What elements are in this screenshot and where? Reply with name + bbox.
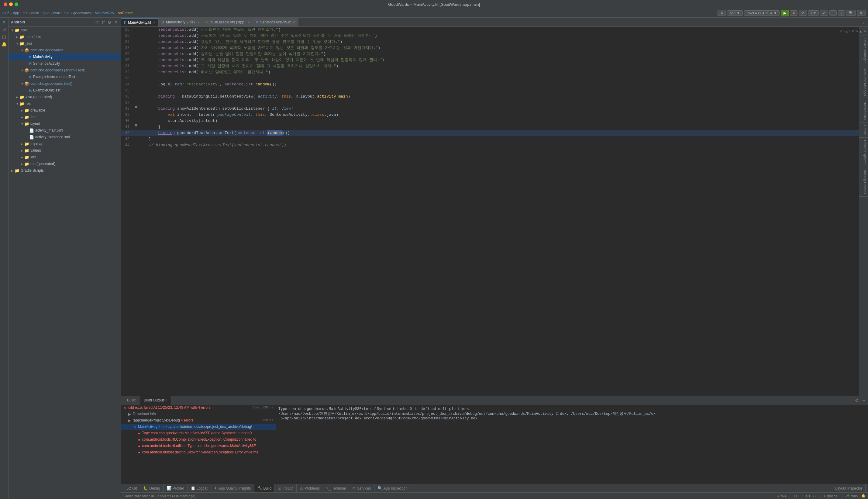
tree-item-mainactivity[interactable]: K MainActivity	[9, 53, 121, 60]
breadcrumb-cho[interactable]: cho	[63, 11, 69, 15]
git-push-btn[interactable]: ↑	[829, 10, 837, 16]
build-close-btn[interactable]: −	[862, 397, 866, 403]
resource-manager-icon[interactable]: ◫	[1, 34, 8, 40]
tree-item-activity-sentence-xml[interactable]: 📄 activity_sentence.xml	[9, 134, 121, 141]
tabs-overflow-btn[interactable]: ⋮	[859, 20, 868, 24]
vtab-notifications[interactable]: Notifications	[859, 99, 868, 122]
bottom-tab-problems[interactable]: ⚠ Problems	[297, 484, 323, 492]
tree-item-app[interactable]: ▼ 📁 app	[9, 27, 121, 34]
bottom-tab-todo[interactable]: ☑ TODO	[275, 484, 296, 492]
tree-item-package-main[interactable]: ▼ 📦 com.cho.goodwards	[9, 47, 121, 53]
notification-bell[interactable]: 🔔	[861, 494, 866, 498]
tree-item-package-test[interactable]: ▼ 📦 com.cho.goodwards (test)	[9, 80, 121, 87]
breadcrumb-oncreate[interactable]: onCreate	[118, 11, 133, 15]
tree-item-gradle-scripts[interactable]: ▶ 📁 Gradle Scripts	[9, 167, 121, 174]
tab-mainactivity-dex[interactable]: D MainActivity 2.dex ✕	[159, 18, 203, 26]
build-status-item[interactable]: ✕ uild ex.5: failed At 11/25/23, 12:48 A…	[121, 404, 276, 411]
breadcrumb-main[interactable]: main	[31, 11, 39, 15]
tree-item-values[interactable]: ▶ 📁 values	[9, 147, 121, 154]
scroll-down-btn[interactable]: ▼	[864, 29, 867, 33]
traffic-lights[interactable]	[4, 2, 18, 6]
bottom-tab-profiler[interactable]: 📊 Profiler	[163, 484, 187, 492]
build-tab-output-close[interactable]: ✕	[165, 398, 168, 402]
vtab-device-manager[interactable]: Device Manager	[859, 36, 868, 65]
bottom-tab-debug[interactable]: 🐛 Debug	[140, 484, 163, 492]
bottom-tab-appquality[interactable]: ✦ App Quality Insights	[211, 484, 254, 492]
tree-item-instrumentedtest[interactable]: K ExampleInstrumentedTest	[9, 74, 121, 80]
git-check-btn[interactable]: ✓	[820, 10, 828, 16]
commit-tool-icon[interactable]: ⎇	[1, 26, 8, 33]
notifications-icon[interactable]: 🔔	[1, 41, 8, 47]
bottom-tab-services[interactable]: ⚙ Services	[349, 484, 375, 492]
tree-item-activity-main-xml[interactable]: 📄 activity_main.xml	[9, 127, 121, 134]
scroll-up-btn[interactable]: ▲	[859, 29, 862, 33]
build-dex-item[interactable]: ✕ MainActivity 2.dex app/build/intermedi…	[121, 424, 276, 430]
bottom-tab-appinspection[interactable]: 🔍 App Inspection	[375, 484, 411, 492]
build-merge-item[interactable]: ▶ :app:mergeProjectDexDebug 4 errors 120…	[121, 417, 276, 424]
bottom-tab-git[interactable]: ⎇ Git	[123, 484, 140, 492]
build-err4-item[interactable]: ● com.android.builder.dexing.DexArchiveM…	[121, 449, 276, 455]
breadcrumb-java[interactable]: java	[43, 11, 50, 15]
close-button[interactable]	[4, 2, 7, 6]
tree-item-java-generated[interactable]: ▶ 📁 java (generated)	[9, 94, 121, 100]
search-btn[interactable]: 🔍	[846, 10, 856, 16]
run-button[interactable]: ▶	[781, 10, 789, 16]
maximize-button[interactable]	[15, 2, 18, 6]
tab-close-build-gradle[interactable]: ✕	[247, 21, 250, 24]
breadcrumb[interactable]: ex.5 › app › src › main › java › com › c…	[2, 11, 133, 15]
vcs-nav-btn[interactable]: ⇅	[718, 10, 726, 16]
tab-build-gradle[interactable]: G build.gradle.kts (:app) ✕	[203, 18, 253, 26]
run-config-btn[interactable]: app ▼	[727, 10, 743, 16]
settings-btn[interactable]: ⚙	[857, 10, 866, 16]
breadcrumb-ex5[interactable]: ex.5	[2, 11, 9, 15]
tree-item-java[interactable]: ▼ 📁 java	[9, 40, 121, 47]
tree-item-xml[interactable]: ▶ 📁 xml	[9, 154, 121, 160]
panel-collapse-icon[interactable]: ⇈	[101, 19, 106, 25]
build-err3-item[interactable]: ● com.android.tools.r8.utils.b: Type com…	[121, 443, 276, 449]
editor-content[interactable]: 25 sentenceList.add("검정화면에 대충 흰글씨 쓰면 명언같…	[121, 27, 859, 396]
git-pull-btn[interactable]: ↓	[838, 10, 845, 16]
bottom-tab-logcat[interactable]: 📋 Logcat	[187, 484, 211, 492]
tab-mainactivity-kt[interactable]: K MainActivity.kt ✕	[121, 18, 159, 26]
sync-btn[interactable]: ⟳	[799, 10, 807, 16]
tree-item-mipmap[interactable]: ▶ 📁 mipmap	[9, 141, 121, 147]
vtab-running-devices[interactable]: Running Devices	[859, 166, 868, 197]
build-err2-item[interactable]: ● com.android.tools.r8.CompilationFailed…	[121, 436, 276, 443]
tree-item-sentenceactivity[interactable]: K SentenceActivity	[9, 60, 121, 67]
breadcrumb-goodwards[interactable]: goodwards	[73, 11, 91, 15]
tree-item-package-androidtest[interactable]: ▼ 📦 com.cho.goodwards (androidTest)	[9, 67, 121, 74]
panel-sync-icon[interactable]: ⟳	[95, 19, 100, 25]
tree-item-unittest[interactable]: K ExampleUnitTest	[9, 87, 121, 94]
tree-item-res[interactable]: ▼ 📁 res	[9, 100, 121, 107]
breadcrumb-com[interactable]: com	[53, 11, 60, 15]
tree-item-res-generated[interactable]: ▶ 📁 res (generated)	[9, 160, 121, 167]
bottom-tab-build[interactable]: 🔨 Build	[254, 484, 275, 492]
vtab-resource-manager[interactable]: Resource Manager	[859, 65, 868, 99]
tab-close-sentence-kt[interactable]: ✕	[293, 21, 295, 24]
breadcrumb-mainactivity[interactable]: MainActivity	[95, 11, 114, 15]
tab-close-main-dex[interactable]: ✕	[197, 21, 200, 24]
tree-item-font[interactable]: ▶ 📁 font	[9, 114, 121, 120]
panel-settings-icon[interactable]: ⚙	[107, 19, 112, 25]
device-btn[interactable]: Pixel 4 XL API 34 ▼	[744, 10, 780, 16]
build-settings-btn[interactable]: ⚙	[854, 397, 859, 403]
breadcrumb-src[interactable]: src	[23, 11, 28, 15]
minimize-button[interactable]	[9, 2, 13, 6]
build-download-item[interactable]: ▶ Download info	[121, 411, 276, 417]
tree-item-manifests[interactable]: ▶ 📁 manifests	[9, 34, 121, 40]
stop-btn[interactable]: ■	[790, 10, 797, 16]
panel-close-icon[interactable]: ✕	[113, 19, 118, 25]
build-tab-build[interactable]: Build:	[123, 396, 140, 404]
tree-item-layout[interactable]: ▼ 📁 layout	[9, 120, 121, 127]
bottom-tab-layout-inspector[interactable]: Layout Inspector	[832, 484, 866, 492]
tab-sentenceactivity-kt[interactable]: K SentenceActivity.kt ✕	[253, 18, 298, 26]
vtab-gradle[interactable]: Gradle	[859, 122, 868, 138]
build-err1-item[interactable]: ● Type com.cho.goodwards.MainActivity$$E…	[121, 430, 276, 436]
vtab-device-explorer[interactable]: Device Explorer	[859, 138, 868, 167]
project-tool-icon[interactable]: ≡	[1, 19, 8, 25]
breadcrumb-app[interactable]: app	[13, 11, 19, 15]
bottom-tab-terminal[interactable]: >_ Terminal	[323, 484, 349, 492]
tree-item-drawable[interactable]: ▶ 📁 drawable	[9, 107, 121, 114]
tab-close-main-kt[interactable]: ✕	[153, 21, 155, 24]
build-tab-output[interactable]: Build Output ✕	[140, 396, 171, 404]
